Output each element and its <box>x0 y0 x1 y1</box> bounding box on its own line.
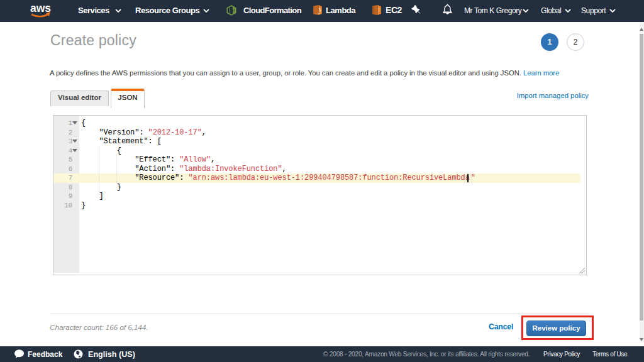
svg-text:aws: aws <box>30 2 51 14</box>
